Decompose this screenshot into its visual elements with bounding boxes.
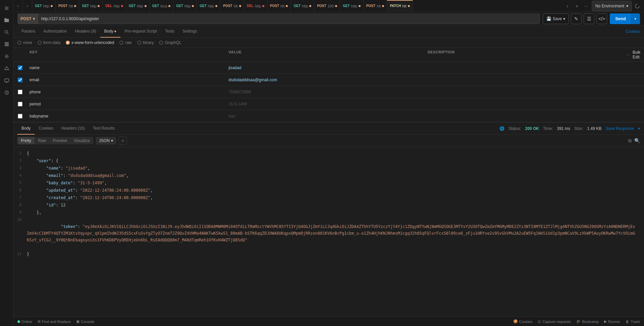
radio-raw[interactable]: raw [119, 40, 131, 45]
kv-row-babyname-key[interactable]: babyname [27, 112, 226, 120]
runner-button[interactable]: ▶ Runner [604, 319, 620, 324]
cookies-status-icon: 🍪 [513, 319, 518, 324]
radio-none[interactable]: none [17, 40, 32, 45]
search-icon[interactable] [1, 27, 12, 38]
tab-get-5[interactable]: GET http [197, 0, 220, 12]
kv-row-email-key[interactable]: email [27, 76, 226, 84]
save-button[interactable]: 💾 Save ▾ [543, 13, 569, 24]
kv-row-name-key[interactable]: name [27, 64, 226, 72]
kv-row-phone-checkbox[interactable] [18, 90, 22, 94]
capture-requests-button[interactable]: ◎ Capture requests [538, 319, 571, 324]
mock-icon[interactable] [1, 63, 12, 74]
radio-urlencoded[interactable]: x-www-form-urlencoded [66, 40, 114, 45]
kv-row-name-desc[interactable] [425, 66, 624, 69]
radio-binary[interactable]: binary [137, 40, 154, 45]
environment-icon[interactable] [1, 51, 12, 62]
trash-button[interactable]: 🗑 Trash [626, 320, 640, 324]
folder-icon[interactable] [1, 15, 12, 26]
kv-row-babyname-value[interactable]: hari [226, 112, 425, 120]
tab-patch-active[interactable]: PATCH htt [387, 0, 413, 12]
send-dropdown-button[interactable]: ▾ [631, 13, 640, 24]
tab-settings[interactable]: Settings [178, 26, 201, 38]
tab-params[interactable]: Params [17, 26, 39, 38]
kv-row-babyname-desc[interactable] [425, 115, 624, 118]
tab-del-2[interactable]: DEL http [244, 0, 267, 12]
more-options-button[interactable]: ··· [582, 2, 590, 10]
bootcamp-button[interactable]: 🎓 Bootcamp [576, 319, 599, 324]
send-button[interactable]: Send [610, 13, 631, 24]
kv-row-phone-key[interactable]: phone [27, 88, 226, 96]
tab-get-4[interactable]: GET http [173, 0, 197, 12]
response-format-selector[interactable]: JSON ▾ [96, 137, 116, 144]
code-line-10: 10 "token": "eyJ0eXAiOiJKV1QiLCJhbGciOiJ… [13, 216, 644, 250]
cookies-status-button[interactable]: 🍪 Cookies [513, 319, 533, 324]
kv-row-email-checkbox[interactable] [18, 78, 22, 82]
kv-row-babyname-checkbox[interactable] [18, 114, 22, 119]
tab-get-1[interactable]: GET http [32, 0, 56, 12]
tab-get-6[interactable]: GET http [291, 0, 314, 12]
resp-tab-headers[interactable]: Headers (10) [57, 123, 89, 135]
wrap-button[interactable]: ≡ [119, 137, 127, 145]
tab-headers[interactable]: Headers (9) [71, 26, 100, 38]
kv-more-button[interactable]: ··· [627, 52, 630, 57]
tab-get-2[interactable]: GET http [79, 0, 103, 12]
copy-response-button[interactable]: ⧉ [628, 138, 632, 144]
url-input[interactable] [38, 16, 540, 21]
tabs-overflow-button[interactable]: › [564, 2, 572, 10]
kv-row-period-checkbox[interactable] [18, 102, 22, 106]
cookies-link[interactable]: Cookies [626, 29, 640, 34]
tab-body[interactable]: Body ● [100, 26, 121, 38]
tab-pre-request[interactable]: Pre-request Script [120, 26, 161, 38]
collection-icon[interactable] [1, 39, 12, 50]
resp-tab-test-results[interactable]: Test Results [89, 123, 119, 135]
environment-selector[interactable]: No Environment ▾ [592, 1, 632, 11]
edit-icon-button[interactable]: ✎ [571, 13, 582, 24]
radio-graphql[interactable]: GraphQL [159, 40, 181, 45]
tab-authorization[interactable]: Authorization [39, 26, 71, 38]
resp-tab-cookies[interactable]: Cookies [35, 123, 57, 135]
tab-post-2[interactable]: POST htt [220, 0, 244, 12]
tab-post-3[interactable]: POST htt [267, 0, 291, 12]
code-icon-button[interactable]: </> [596, 13, 607, 24]
tab-post-100[interactable]: POST 100 [314, 0, 340, 12]
resp-format-preview[interactable]: Preview [49, 137, 70, 144]
search-response-button[interactable]: 🔍 [634, 138, 640, 144]
console-button[interactable]: ▣ Console [76, 319, 94, 324]
save-response-button[interactable]: Save Response [605, 126, 634, 131]
resp-format-pretty[interactable]: Pretty [17, 137, 35, 144]
bulk-edit-button[interactable]: Bulk Edit [633, 50, 641, 59]
tabs-forward-button[interactable]: › [23, 0, 32, 12]
tab-post-4[interactable]: POST htt [364, 0, 387, 12]
kv-row-email-value[interactable]: dsdsdadddsaa@gmail.com [226, 76, 425, 84]
kv-row-phone-value[interactable]: 7558973998 [226, 88, 425, 96]
kv-row-name-value[interactable]: jisadad [226, 64, 425, 72]
radio-form-data[interactable]: form-data [38, 40, 60, 45]
kv-row-name: name jisadad [13, 62, 644, 74]
find-replace-button[interactable]: ⊞ Find and Replace [38, 319, 71, 324]
resp-tab-body[interactable]: Body [17, 123, 35, 135]
method-selector[interactable]: POST ▾ [18, 14, 38, 24]
resp-format-visualize[interactable]: Visualize [70, 137, 93, 144]
kv-row-period-value[interactable]: 31-5-1499 [226, 100, 425, 108]
tabs-back-button[interactable]: ‹ [13, 0, 23, 12]
doc-icon-button[interactable]: ☰ [584, 13, 594, 24]
tab-get-3[interactable]: GET http [126, 0, 150, 12]
kv-row-period-key[interactable]: period [27, 100, 226, 108]
tab-post-1[interactable]: POST htt [56, 0, 79, 12]
home-icon[interactable]: ⊞ [1, 3, 12, 13]
kv-row-name-checkbox[interactable] [18, 65, 22, 70]
monitor-icon[interactable] [1, 75, 12, 86]
tab-get-7[interactable]: GET http [340, 0, 364, 12]
tab-tests[interactable]: Tests [161, 26, 178, 38]
radio-none-circle [17, 41, 21, 45]
kv-row-email-desc[interactable] [425, 79, 624, 81]
sync-icon[interactable] [633, 2, 641, 10]
new-tab-button[interactable]: + [573, 2, 581, 10]
kv-row-period-desc[interactable] [425, 103, 624, 105]
resp-format-raw[interactable]: Raw [35, 137, 49, 144]
history-icon[interactable] [1, 87, 12, 98]
tab-del-1[interactable]: DEL http [103, 0, 126, 12]
kv-row-phone-desc[interactable] [425, 91, 624, 93]
save-response-chevron[interactable]: ▾ [638, 126, 640, 131]
tab-get-loca[interactable]: GET loca [150, 0, 174, 12]
